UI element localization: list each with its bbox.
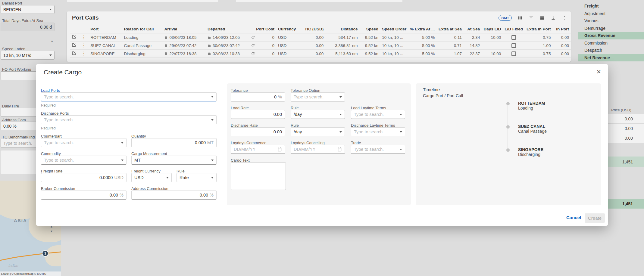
cancel-button[interactable]: Cancel <box>566 215 581 220</box>
discharge-laytime-select[interactable]: Type to search. <box>351 127 405 136</box>
quantity-input[interactable]: 0.000 MT <box>131 138 217 147</box>
field-value: 0.0000 <box>99 175 113 180</box>
placeholder-text: DD/MM/YY <box>234 147 256 152</box>
field-value: 0.00 <box>200 193 208 197</box>
freight-rate-label: Freight Rate <box>41 169 63 173</box>
timeline-call: Canal Passage <box>518 129 547 134</box>
discharge-laytime-label: Discharge Laytime Terms <box>351 123 395 128</box>
placeholder-text: Type to search. <box>354 112 384 117</box>
load-laytime-label: Load Laytime Terms <box>351 106 386 110</box>
commodity-select[interactable]: Type to search. <box>41 156 127 165</box>
timeline-title: Timeline <box>423 87 440 92</box>
footer-divider <box>36 211 608 211</box>
timeline-call: Loading <box>518 106 533 110</box>
broker-commission-label: Broker Commission <box>41 186 75 191</box>
close-icon[interactable]: ✕ <box>596 68 601 75</box>
field-unit: % <box>120 193 123 197</box>
field-value: USD <box>134 175 144 180</box>
counterpart-select[interactable]: Type to search. <box>41 138 127 147</box>
field-value: /day <box>294 129 302 134</box>
calendar-icon <box>337 147 342 152</box>
quantity-label: Quantity <box>131 134 146 138</box>
field-value: /day <box>294 112 302 117</box>
discharge-rule-label: Rule <box>291 123 299 128</box>
create-cargo-dialog: Create Cargo ✕ Load Ports Type to search… <box>36 64 608 226</box>
freight-currency-label: Freight Currency <box>131 169 161 173</box>
discharge-rate-input[interactable]: 0.00 <box>231 127 285 136</box>
placeholder-text: Type to search. <box>354 129 384 134</box>
cargo-text-textarea[interactable] <box>231 162 286 190</box>
laydays-cancelling-label: Laydays Cancelling <box>291 141 325 145</box>
field-unit: USD <box>114 175 123 180</box>
load-rate-label: Load Rate <box>231 106 249 110</box>
trade-select[interactable]: Type to search. <box>351 145 405 154</box>
laydays-commence-date-input[interactable]: DD/MM/YY <box>231 145 285 154</box>
counterpart-label: Counterpart <box>41 134 62 138</box>
field-value: 0 <box>274 95 277 99</box>
dropdown-arrow-icon <box>121 142 123 144</box>
dropdown-arrow-icon <box>166 177 169 178</box>
dropdown-arrow-icon <box>339 114 342 115</box>
timeline-subtitle: Cargo Port / Port Call <box>423 93 463 98</box>
freight-rate-input[interactable]: 0.0000 USD <box>41 173 127 182</box>
timeline-port: ROTTERDAM <box>518 101 545 106</box>
calendar-icon <box>277 147 282 152</box>
create-button[interactable]: Create <box>585 213 605 223</box>
dropdown-arrow-icon <box>400 131 402 133</box>
load-rate-input[interactable]: 0.00 <box>231 110 285 119</box>
laydays-cancelling-date-input[interactable]: DD/MM/YY <box>291 145 345 154</box>
cargo-text-label: Cargo Text <box>231 158 250 163</box>
timeline-dot <box>506 148 510 152</box>
dropdown-arrow-icon <box>121 160 123 161</box>
tolerance-option-select[interactable]: Type to search. <box>291 92 345 101</box>
estimate-page: Ballast Port BERGEN Total Days Extra At … <box>0 0 644 276</box>
placeholder-text: Type to search. <box>44 117 74 122</box>
timeline-port: SUEZ CANAL <box>518 124 545 129</box>
timeline-dot <box>506 102 510 105</box>
placeholder-text: Type to search. <box>44 95 74 99</box>
tolerance-option-label: Tolerance Option <box>291 88 320 93</box>
field-unit: % <box>210 193 214 197</box>
laydays-commence-label: Laydays Commence <box>231 141 267 145</box>
dropdown-arrow-icon <box>400 114 402 115</box>
rule-select[interactable]: Rate <box>177 173 217 182</box>
commodity-label: Commodity <box>41 151 61 156</box>
timeline-panel <box>416 83 601 205</box>
field-unit: MT <box>207 140 214 145</box>
dropdown-arrow-icon <box>339 131 342 133</box>
placeholder-text: Type to search. <box>354 147 384 152</box>
required-hint: Required <box>41 126 56 130</box>
placeholder-text: Type to search. <box>44 158 74 163</box>
dropdown-arrow-icon <box>211 96 214 98</box>
placeholder-text: Type to search. <box>44 140 74 145</box>
load-ports-select[interactable]: Type to search. <box>41 92 217 101</box>
load-ports-label: Load Ports <box>41 88 60 93</box>
tolerance-input[interactable]: 0 % <box>231 92 285 101</box>
field-value: MT <box>134 158 141 163</box>
dropdown-arrow-icon <box>211 177 214 178</box>
rule-label: Rule <box>177 169 185 173</box>
load-rule-label: Rule <box>291 106 299 110</box>
freight-currency-select[interactable]: USD <box>131 173 172 182</box>
cargo-measurement-select[interactable]: MT <box>131 156 217 165</box>
dropdown-arrow-icon <box>211 160 214 161</box>
cargo-measurement-label: Cargo Measurement <box>131 151 167 156</box>
field-value: 0.000 <box>195 140 206 145</box>
discharge-rule-select[interactable]: /day <box>291 127 345 136</box>
dropdown-arrow-icon <box>339 96 342 98</box>
timeline-call: Discharging <box>518 152 540 157</box>
timeline-port: SINGAPORE <box>518 147 543 152</box>
discharge-ports-select[interactable]: Type to search. <box>41 115 217 124</box>
address-commission-input[interactable]: 0.00 % <box>131 191 217 200</box>
field-unit: % <box>278 95 282 99</box>
field-value: 0.00 <box>110 193 118 197</box>
dropdown-arrow-icon <box>211 119 214 121</box>
broker-commission-input[interactable]: 0.00 % <box>41 191 127 200</box>
load-rule-select[interactable]: /day <box>291 110 345 119</box>
address-commission-label: Address Commission <box>131 186 168 191</box>
timeline-dot <box>506 125 510 129</box>
dropdown-arrow-icon <box>400 149 402 150</box>
discharge-rate-label: Discharge Rate <box>231 123 258 128</box>
required-hint: Required <box>41 103 56 107</box>
load-laytime-select[interactable]: Type to search. <box>351 110 405 119</box>
